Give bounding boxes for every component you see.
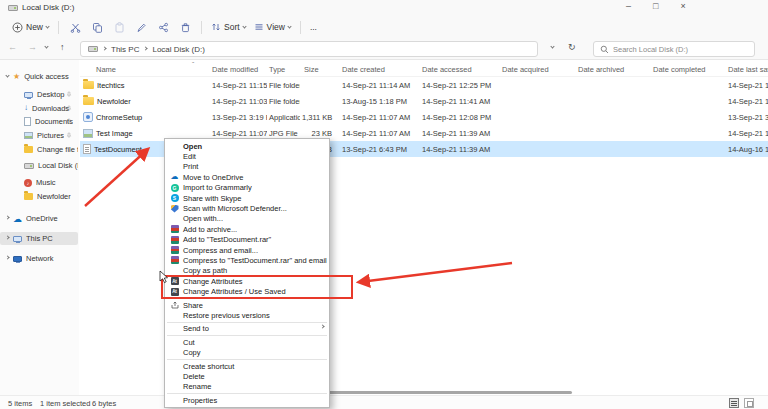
menu-item-add-to-rar[interactable]: Add to "TestDocument.rar" <box>165 235 329 245</box>
menu-item-cut[interactable]: Cut <box>165 337 329 347</box>
column-header-type[interactable]: Type <box>267 65 300 74</box>
menu-item-move-to-onedrive[interactable]: ☁Move to OneDrive <box>165 172 329 182</box>
cell-date-last-saved: 13-Sep-21 3:19 P <box>726 113 768 122</box>
menu-item-compress-and-email[interactable]: Compress and email... <box>165 245 329 255</box>
table-row[interactable]: Itechtics 14-Sep-21 11:15 AM File folder… <box>80 77 768 93</box>
menu-item-open-with[interactable]: Open with... <box>165 214 329 224</box>
menu-item-copy[interactable]: Copy <box>165 347 329 357</box>
menu-item-send-to[interactable]: Send to <box>165 324 329 334</box>
winrar-icon <box>171 246 179 254</box>
menu-item-rename[interactable]: Rename <box>165 382 329 392</box>
pin-icon <box>66 132 72 139</box>
up-button[interactable]: ↑ <box>60 42 65 52</box>
refresh-icon[interactable]: ↻ <box>568 42 576 52</box>
cut-button[interactable] <box>64 19 86 35</box>
sidebar-item-newfolder[interactable]: Newfolder <box>0 190 78 203</box>
paste-button[interactable] <box>108 19 130 35</box>
breadcrumb-drive[interactable]: Local Disk (D:) <box>152 45 204 54</box>
menu-item-share[interactable]: Share <box>165 300 329 310</box>
menu-item-change-attributes[interactable]: AtChange Attributes <box>165 276 329 286</box>
address-dropdown-chevron-icon[interactable] <box>550 44 554 48</box>
cell-date-modified: 14-Sep-21 11:15 AM <box>210 81 267 90</box>
sidebar-item-local-disk-d[interactable]: Local Disk (D:) <box>0 159 78 172</box>
column-header-date-modified[interactable]: Date modified <box>210 65 267 74</box>
menu-item-print[interactable]: Print <box>165 162 329 172</box>
close-button[interactable]: × <box>680 1 685 11</box>
column-header-name[interactable]: Name <box>80 65 210 74</box>
menu-item-edit[interactable]: Edit <box>165 151 329 161</box>
file-explorer-window: { "window": { "title": "Local Disk (D:)"… <box>0 0 768 409</box>
details-view-toggle[interactable] <box>729 398 739 408</box>
command-bar: New Sort View <box>0 16 768 38</box>
table-row[interactable]: ChromeSetup 13-Sep-21 3:19 PM Applicatio… <box>80 109 768 125</box>
copy-button[interactable] <box>86 19 108 35</box>
attribute-changer-icon: At <box>171 288 179 296</box>
sidebar-item-pictures[interactable]: Pictures <box>0 129 78 142</box>
onedrive-icon: ☁ <box>13 215 22 223</box>
more-options-button[interactable]: ... <box>306 20 321 34</box>
share-button[interactable] <box>152 19 174 35</box>
menu-item-open[interactable]: Open <box>165 141 329 151</box>
sidebar-item-this-pc[interactable]: This PC <box>0 232 78 245</box>
sidebar-item-downloads[interactable]: ↓ Downloads <box>0 102 78 115</box>
forward-button[interactable]: → <box>28 42 37 52</box>
window-chrome: Local Disk (D:) – □ × New <box>0 0 768 60</box>
column-header-date-acquired[interactable]: Date acquired <box>500 65 576 74</box>
column-header-date-accessed[interactable]: Date accessed <box>420 65 500 74</box>
view-button[interactable]: View <box>250 20 295 34</box>
column-header-date-last-saved[interactable]: Date last saved <box>726 65 768 74</box>
column-header-size[interactable]: Size <box>300 65 340 74</box>
rename-button[interactable] <box>130 19 152 35</box>
pin-icon <box>66 105 72 112</box>
selection-size: 6 bytes <box>92 399 116 408</box>
sidebar-item-change-file-folder[interactable]: Change file folder <box>0 143 78 156</box>
sidebar-item-onedrive[interactable]: ☁ OneDrive <box>0 212 78 225</box>
clipboard-icon <box>114 22 125 33</box>
menu-separator <box>167 298 327 299</box>
cell-type: File folder <box>267 97 300 106</box>
menu-item-create-shortcut[interactable]: Create shortcut <box>165 361 329 371</box>
delete-button[interactable] <box>174 19 196 35</box>
chevron-down-icon <box>5 73 9 77</box>
maximize-button[interactable]: □ <box>653 1 658 11</box>
sidebar-item-network[interactable]: Network <box>0 252 78 265</box>
menu-item-change-attributes-use-saved[interactable]: AtChange Attributes / Use Saved <box>165 286 329 296</box>
column-header-date-completed[interactable]: Date completed <box>651 65 726 74</box>
search-input[interactable] <box>613 45 743 54</box>
column-header-date-created[interactable]: Date created <box>340 65 420 74</box>
minimize-button[interactable]: – <box>626 1 631 11</box>
menu-item-share-with-skype[interactable]: SShare with Skype <box>165 193 329 203</box>
menu-item-copy-as-path[interactable]: Copy as path <box>165 266 329 276</box>
menu-item-delete[interactable]: Delete <box>165 371 329 381</box>
cell-size: 1,311 KB <box>300 113 340 122</box>
cell-type: Application <box>267 113 300 122</box>
sidebar-item-documents[interactable]: Documents <box>0 115 78 128</box>
submenu-arrow-icon <box>320 324 324 328</box>
menu-item-scan-with-defender[interactable]: Scan with Microsoft Defender... <box>165 203 329 213</box>
sidebar-item-label: Newfolder <box>37 192 71 201</box>
column-header-date-archived[interactable]: Date archived <box>576 65 651 74</box>
sidebar-item-quick-access[interactable]: ★ Quick access <box>0 70 78 83</box>
drive-icon <box>8 5 18 11</box>
file-name: Itechtics <box>97 81 125 90</box>
sidebar-item-desktop[interactable]: Desktop <box>0 88 78 101</box>
breadcrumb-this-pc[interactable]: This PC <box>111 45 139 54</box>
search-box[interactable] <box>593 41 755 57</box>
menu-item-compress-to-rar-and-email[interactable]: Compress to "TestDocument.rar" and email <box>165 255 329 265</box>
sort-button[interactable]: Sort <box>207 20 250 34</box>
recent-locations-chevron-icon[interactable] <box>44 44 48 48</box>
folder-icon <box>83 97 94 105</box>
breadcrumb-separator-icon <box>102 46 106 50</box>
table-row[interactable]: Newfolder 14-Sep-21 11:03 AM File folder… <box>80 93 768 109</box>
new-button[interactable]: New <box>8 20 53 35</box>
sidebar-item-label: Quick access <box>24 72 69 81</box>
menu-item-properties[interactable]: Properties <box>165 395 329 405</box>
menu-item-add-to-archive[interactable]: Add to archive... <box>165 224 329 234</box>
sidebar-item-music[interactable]: ♪ Music <box>0 176 78 189</box>
breadcrumb[interactable]: This PC Local Disk (D:) <box>80 41 538 57</box>
back-button[interactable]: ← <box>8 42 17 52</box>
menu-item-restore-previous-versions[interactable]: Restore previous versions <box>165 310 329 320</box>
thumbnail-view-toggle[interactable] <box>744 398 754 408</box>
selection-count: 1 item selected <box>40 399 90 408</box>
menu-item-import-to-grammarly[interactable]: GImport to Grammarly <box>165 183 329 193</box>
